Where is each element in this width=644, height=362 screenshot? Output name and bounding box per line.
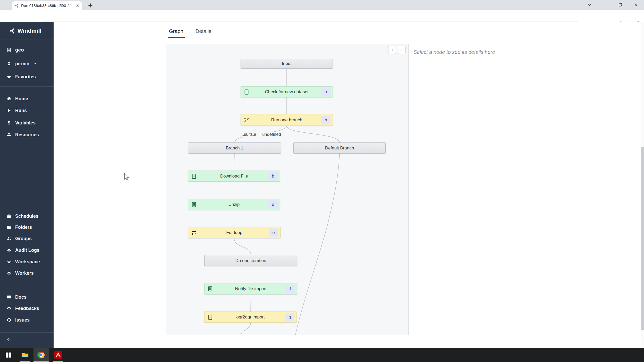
node-ogr2ogr-import[interactable]: ogr2ogr import g [204, 312, 297, 323]
tab-close-icon[interactable]: ✕ [75, 3, 80, 8]
node-id-badge: f [286, 285, 295, 293]
script-building-icon [207, 286, 213, 292]
arrow-left-icon [7, 338, 11, 342]
chrome-icon [37, 351, 45, 359]
script-building-icon [191, 202, 197, 207]
node-notify-file-import[interactable]: Notify file import f [204, 283, 297, 294]
node-id-badge: a [321, 88, 331, 96]
book-icon [7, 295, 11, 299]
run-graph-card: Input Check for new dataset a Run one br… [166, 44, 530, 335]
script-building-icon [244, 89, 249, 95]
mouse-cursor [124, 173, 130, 181]
gear-icon [7, 259, 11, 264]
play-icon [7, 108, 11, 113]
sidebar-item-variables[interactable]: $ Variables [7, 120, 36, 126]
branch-icon [244, 117, 249, 123]
building-icon [7, 48, 11, 52]
star-icon [7, 74, 11, 79]
sidebar-item-workspace-geo[interactable]: geo [7, 47, 24, 53]
app-title: Windmill [18, 28, 41, 34]
chrome-taskbar-tile[interactable] [33, 348, 49, 362]
github-icon [7, 318, 11, 322]
folder-icon [7, 225, 11, 230]
node-run-one-branch[interactable]: Run one branch h [241, 114, 333, 126]
script-building-icon [191, 173, 197, 179]
node-branch-1[interactable]: Branch 1 [188, 142, 281, 154]
window-minimize-icon[interactable] [599, 0, 611, 10]
discord-icon [7, 306, 11, 311]
sidebar-item-home[interactable]: Home [7, 95, 28, 102]
flow-graph-panel[interactable]: Input Check for new dataset a Run one br… [166, 44, 409, 335]
browser-toolbar: windmill.sourcepole.ch/run/0186eb38-c86b… [0, 10, 644, 22]
node-unzip[interactable]: Unzip d [188, 199, 280, 210]
window-restore-icon[interactable] [615, 0, 626, 10]
windmill-pinwheel-icon [9, 28, 15, 34]
robot-icon [7, 271, 11, 275]
acrobat-icon[interactable] [54, 351, 62, 359]
windows-taskbar: 17:20 16.03.2023 [0, 348, 644, 362]
resources-icon [7, 132, 11, 137]
windows-start-icon[interactable] [5, 352, 12, 358]
zoom-in-button[interactable]: + [388, 46, 396, 54]
browser-tabstrip: Run 0186eb38-c86b-d590-290e- ✕ [0, 0, 644, 10]
node-id-badge: b [268, 172, 278, 180]
node-input[interactable]: Input [241, 59, 333, 69]
tab-title: Run 0186eb38-c86b-d590-290e- [21, 3, 72, 8]
home-icon [7, 96, 11, 101]
page-scrollbar-thumb[interactable] [641, 147, 644, 330]
tab-search-icon[interactable] [584, 0, 595, 10]
node-check-for-new-dataset[interactable]: Check for new dataset a [241, 86, 333, 97]
eye-icon [7, 248, 11, 252]
new-tab-icon[interactable] [87, 2, 94, 9]
windmill-logo[interactable]: Windmill [9, 27, 41, 35]
node-default-branch[interactable]: Default Branch [293, 142, 386, 154]
sidebar-item-user-pirmin[interactable]: pirmin [7, 60, 36, 67]
sidebar-item-workers[interactable]: Workers [7, 270, 34, 276]
user-icon [7, 61, 11, 66]
sidebar-item-groups[interactable]: Groups [7, 235, 32, 242]
sidebar-item-issues[interactable]: Issues [7, 317, 30, 323]
sidebar-item-audit-logs[interactable]: Audit Logs [7, 247, 39, 254]
node-download-file[interactable]: Download File b [188, 171, 280, 182]
window-close-icon[interactable] [630, 0, 641, 10]
sidebar-item-feedbacks[interactable]: Feedbacks [7, 305, 39, 312]
sidebar-item-runs[interactable]: Runs [7, 107, 27, 114]
dollar-icon: $ [7, 121, 11, 125]
node-id-badge: d [268, 200, 278, 208]
browser-tab[interactable]: Run 0186eb38-c86b-d590-290e- ✕ [12, 1, 82, 10]
node-id-badge: g [285, 313, 294, 321]
node-details-panel: Select a node to see its details here [409, 44, 530, 335]
sidebar-item-folders[interactable]: Folders [7, 224, 32, 231]
main-content: Graph Details [54, 22, 644, 348]
script-building-icon [207, 314, 213, 320]
node-id-badge: h [321, 116, 331, 124]
details-placeholder: Select a node to see its details here [413, 49, 530, 55]
sidebar-item-resources[interactable]: Resources [7, 131, 39, 138]
windmill-favicon-icon [14, 3, 19, 8]
node-for-loop[interactable]: For loop e [188, 227, 281, 238]
sidebar-item-workspace-settings[interactable]: Workspace [7, 258, 40, 265]
branch-condition-label: ...sults.a != undefined [239, 132, 282, 137]
tab-graph[interactable]: Graph [169, 28, 183, 34]
node-id-badge: e [269, 229, 278, 237]
chevron-down-icon [33, 61, 36, 66]
calendar-icon [7, 214, 11, 218]
sidebar-collapse-button[interactable] [7, 336, 11, 343]
zoom-out-button[interactable]: - [398, 46, 406, 54]
users-icon [7, 236, 11, 241]
file-explorer-icon[interactable] [21, 351, 29, 359]
tab-details[interactable]: Details [196, 28, 211, 34]
app-sidebar: Windmill geo pirmin Favorites Home Runs … [0, 22, 54, 348]
sidebar-item-schedules[interactable]: Schedules [7, 213, 38, 220]
repeat-icon [191, 230, 197, 235]
node-do-one-iteration[interactable]: Do one iteration [204, 255, 297, 266]
sidebar-item-favorites[interactable]: Favorites [7, 73, 36, 80]
sidebar-item-docs[interactable]: Docs [7, 294, 27, 300]
